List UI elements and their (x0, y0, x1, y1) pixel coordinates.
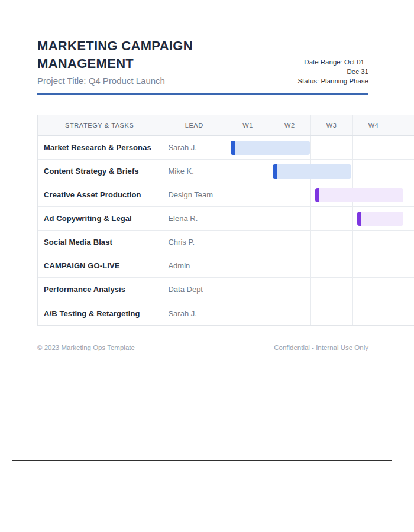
lead-cell: Design Team (161, 183, 227, 206)
table-row: Performance AnalysisData Dept (38, 278, 414, 301)
table-row: Market Research & PersonasSarah J. (38, 136, 414, 160)
column-header-w4: W4 (353, 115, 395, 135)
meta-line: Status: Planning Phase (297, 76, 368, 86)
lead-cell: Chris P. (161, 231, 227, 254)
week-cell (353, 301, 395, 325)
week-cell (311, 254, 353, 277)
gantt-bar[interactable] (315, 188, 403, 202)
gantt-table: STRATEGY & TASKSLEADW1W2W3W4 Market Rese… (37, 115, 414, 326)
week-cell (394, 136, 414, 159)
task-cell: Ad Copywriting & Legal (38, 207, 161, 230)
column-header-w1: W1 (227, 115, 269, 135)
task-cell: CAMPAIGN GO-LIVE (38, 254, 161, 277)
week-cell (353, 254, 395, 277)
week-cell (311, 136, 353, 159)
week-cell (311, 301, 353, 325)
week-cell (353, 136, 395, 159)
week-cell (269, 278, 311, 301)
table-row: Ad Copywriting & LegalElena R. (38, 207, 414, 231)
week-cell (394, 301, 414, 325)
week-cell (227, 278, 269, 301)
task-cell: Social Media Blast (38, 231, 161, 254)
table-body: Market Research & PersonasSarah J.Conten… (38, 136, 414, 325)
lead-cell: Sarah J. (161, 301, 227, 325)
week-cell (269, 183, 311, 206)
week-cell (269, 207, 311, 230)
week-cell (311, 278, 353, 301)
table-row: CAMPAIGN GO-LIVEAdmin (38, 254, 414, 278)
gantt-bar[interactable] (231, 141, 310, 155)
week-cell (353, 160, 395, 183)
task-cell: Market Research & Personas (38, 136, 161, 159)
meta-line: Dec 31 (297, 67, 368, 76)
gantt-bar[interactable] (273, 164, 351, 179)
column-header-lead: LEAD (161, 115, 227, 135)
gantt-bar-cap (357, 212, 361, 226)
table-header-row: STRATEGY & TASKSLEADW1W2W3W4 (38, 115, 414, 136)
lead-cell: Elena R. (161, 207, 227, 230)
week-cell (394, 254, 414, 277)
column-header-w3: W3 (311, 115, 353, 135)
task-cell: Performance Analysis (38, 278, 161, 301)
gantt-bar[interactable] (357, 212, 403, 226)
lead-cell: Sarah J. (161, 136, 227, 159)
week-cell (311, 231, 353, 254)
table-row: Creative Asset ProductionDesign Team (38, 183, 414, 207)
table-row: A/B Testing & RetargetingSarah J. (38, 301, 414, 325)
table-row: Content Strategy & BriefsMike K. (38, 160, 414, 183)
project-title: Project Title: Q4 Product Launch (37, 74, 232, 87)
week-cell (394, 231, 414, 254)
header-meta: Date Range: Oct 01 -Dec 31Status: Planni… (297, 57, 368, 87)
lead-cell: Admin (161, 254, 227, 277)
footer-copyright: © 2023 Marketing Ops Template (37, 344, 135, 351)
lead-cell: Mike K. (161, 160, 227, 183)
week-cell (269, 231, 311, 254)
gantt-bar-cap (273, 164, 277, 179)
gantt-bar-cap (315, 188, 319, 202)
column-header-w2: W2 (269, 115, 311, 135)
gantt-bar-cap (231, 141, 235, 155)
page-content: MARKETING CAMPAIGN MANAGEMENT Project Ti… (12, 12, 392, 351)
task-cell: Content Strategy & Briefs (38, 160, 161, 183)
column-header-strategy-tasks: STRATEGY & TASKS (38, 115, 161, 135)
task-cell: A/B Testing & Retargeting (38, 301, 161, 325)
week-cell (394, 160, 414, 183)
week-cell (227, 207, 269, 230)
header-titles: MARKETING CAMPAIGN MANAGEMENT Project Ti… (37, 37, 232, 87)
week-cell (269, 254, 311, 277)
task-cell: Creative Asset Production (38, 183, 161, 206)
page-header: MARKETING CAMPAIGN MANAGEMENT Project Ti… (37, 37, 368, 87)
week-cell (353, 278, 395, 301)
table-row: Social Media BlastChris P. (38, 231, 414, 254)
lead-cell: Data Dept (161, 278, 227, 301)
meta-line: Date Range: Oct 01 - (297, 57, 368, 67)
week-cell (227, 301, 269, 325)
week-cell (227, 254, 269, 277)
page-title: MARKETING CAMPAIGN MANAGEMENT (37, 37, 232, 73)
week-cell (353, 231, 395, 254)
column-header-empty (394, 115, 414, 135)
week-cell (227, 183, 269, 206)
footer-confidential: Confidential - Internal Use Only (274, 344, 368, 351)
document-page: MARKETING CAMPAIGN MANAGEMENT Project Ti… (12, 12, 392, 461)
week-cell (227, 231, 269, 254)
week-cell (269, 301, 311, 325)
page-footer: © 2023 Marketing Ops Template Confidenti… (37, 344, 368, 351)
week-cell (394, 278, 414, 301)
accent-divider (37, 93, 368, 95)
week-cell (311, 207, 353, 230)
week-cell (227, 160, 269, 183)
